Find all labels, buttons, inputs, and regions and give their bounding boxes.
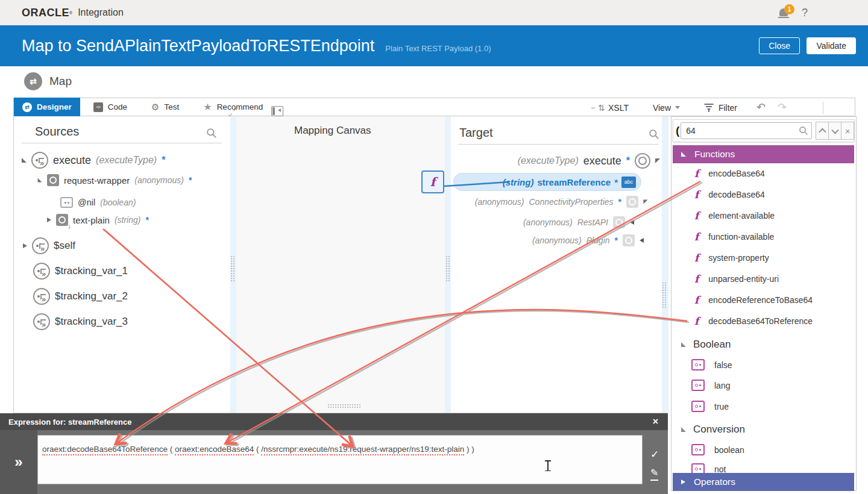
function-f-icon: f <box>694 315 699 327</box>
search-prev-button[interactable] <box>816 122 829 140</box>
close-button[interactable]: Close <box>759 37 800 54</box>
function-f-icon: f <box>694 210 699 222</box>
search-next-button[interactable] <box>828 122 841 140</box>
sources-search-icon[interactable] <box>206 128 217 139</box>
expression-text[interactable]: oraext:decodeBase64ToReference ( oraext:… <box>42 445 474 454</box>
section-boolean[interactable]: Boolean <box>681 339 731 351</box>
conversion-item[interactable]: boolean <box>691 444 744 455</box>
undo-button[interactable]: ↶ <box>756 101 766 114</box>
help-button[interactable]: ? <box>802 7 808 19</box>
splitter-far-right[interactable] <box>662 116 668 413</box>
function-item[interactable]: felement-available <box>694 210 775 222</box>
apply-expression-button[interactable]: ✓ <box>650 448 659 461</box>
source-node-request-wrapper[interactable]: request-wrapper (anonymous) * <box>37 174 192 186</box>
section-operators[interactable]: Operators <box>673 473 854 491</box>
boolean-item[interactable]: false <box>691 359 732 370</box>
expand-caret-icon[interactable] <box>643 199 647 204</box>
function-f-icon: f <box>694 273 699 285</box>
collapsed-caret-icon[interactable] <box>640 238 644 243</box>
validate-button[interactable]: Validate <box>807 37 856 54</box>
breadcrumb: ⇄ Map <box>24 72 72 90</box>
search-clear-button[interactable]: × <box>841 122 854 140</box>
required-asterisk: * <box>618 197 621 207</box>
grip-handle[interactable] <box>327 404 361 408</box>
target-node-execute[interactable]: (executeType) execute * <box>518 153 660 169</box>
source-node-tracking-var-1[interactable]: » $tracking_var_1 <box>33 263 128 280</box>
expand-button[interactable]: ↗ ↙ <box>228 107 237 117</box>
restore-panel-button[interactable] <box>271 106 283 116</box>
tab-designer-label: Designer <box>37 102 72 111</box>
source-node-execute[interactable]: » execute (executeType) * <box>22 152 165 169</box>
function-item[interactable]: fsystem-property <box>694 252 769 264</box>
section-conversion[interactable]: Conversion <box>681 424 745 436</box>
tab-designer[interactable]: ⇄ Designer <box>14 98 80 116</box>
notification-badge: 1 <box>784 4 794 14</box>
redo-button[interactable]: ↷ <box>778 101 787 114</box>
brand-logo: ORACLE ® Integration <box>22 7 124 19</box>
tab-code-label: Code <box>108 102 127 111</box>
node-type: (executeType) <box>518 155 579 166</box>
source-node-tracking-var-3[interactable]: » $tracking_var_3 <box>33 313 128 330</box>
components-search-input[interactable] <box>681 122 812 139</box>
section-functions[interactable]: Functions <box>673 145 854 163</box>
mapping-canvas-background <box>236 116 445 413</box>
xslt-button[interactable]: − ⇅ XSLT <box>591 98 629 117</box>
target-node-restapi[interactable]: (anonymous) RestAPI <box>523 216 634 228</box>
function-f-icon: f <box>694 252 699 264</box>
source-node-tracking-var-2[interactable]: » $tracking_var_2 <box>33 288 128 305</box>
target-node-streamreference-selected[interactable]: (string) streamReference * abc <box>453 173 641 191</box>
function-item[interactable]: fdecodeBase64 <box>694 189 765 201</box>
filter-button[interactable]: Filter <box>704 98 737 117</box>
item-label: true <box>714 402 729 411</box>
grip-handle[interactable] <box>230 255 235 282</box>
oracle-wordmark: ORACLE <box>22 7 69 19</box>
map-icon-glyph: ⇄ <box>30 77 37 86</box>
chevrons-glyph: » <box>40 269 46 274</box>
expand-caret-icon[interactable] <box>655 158 660 163</box>
expression-panel-header[interactable]: Expression for: streamReference × <box>0 413 668 430</box>
function-node[interactable]: f <box>421 170 444 193</box>
target-search-icon[interactable] <box>649 129 659 140</box>
element-circle-icon: » <box>33 288 50 305</box>
collapsed-caret-icon[interactable] <box>47 217 51 222</box>
node-label: $self <box>54 240 75 252</box>
chevrons-glyph: » <box>39 243 45 249</box>
function-f-icon: f <box>430 175 436 189</box>
function-item[interactable]: ffunction-available <box>694 231 774 243</box>
collapsed-caret-icon[interactable] <box>630 220 634 225</box>
function-f-icon: f <box>694 231 699 243</box>
source-node-self[interactable]: » $self <box>23 237 75 254</box>
collapsed-caret-icon[interactable] <box>23 243 27 248</box>
erase-expression-button[interactable]: ✎ <box>650 467 658 481</box>
node-label: text-plain <box>73 215 110 225</box>
expand-caret-icon[interactable] <box>22 158 27 163</box>
node-type: (anonymous) <box>475 197 524 207</box>
grip-handle[interactable] <box>445 255 450 282</box>
target-node-plugin[interactable]: (anonymous) Plugin * <box>532 234 644 246</box>
function-label: encodeBase64 <box>708 169 764 178</box>
source-node-nil[interactable]: @nil (boolean) <box>60 197 136 208</box>
target-node-connectivityproperties[interactable]: (anonymous) ConnectivityProperties * <box>475 196 648 208</box>
function-item[interactable]: fencodeBase64 <box>694 167 765 180</box>
view-menu-button[interactable]: View <box>653 98 680 117</box>
tab-code[interactable]: <> Code <box>85 98 136 116</box>
expression-collapse-button[interactable]: » <box>0 430 37 494</box>
boolean-item[interactable]: true <box>691 401 729 412</box>
grip-handle[interactable] <box>662 282 667 308</box>
expand-caret-icon[interactable] <box>38 178 42 183</box>
xslt-label: XSLT <box>608 103 629 113</box>
boolean-item[interactable]: lang <box>691 380 730 391</box>
chevrons-glyph: » <box>39 158 44 163</box>
close-icon[interactable]: × <box>653 416 658 427</box>
function-item[interactable]: funparsed-entity-uri <box>694 273 779 285</box>
tab-test[interactable]: ⚙ Test <box>143 98 187 116</box>
function-label: element-available <box>708 211 775 220</box>
expression-editor[interactable] <box>37 435 643 484</box>
notifications-button[interactable]: 1 <box>779 8 788 16</box>
section-title: Boolean <box>693 339 731 351</box>
target-panel-title: Target <box>459 126 493 140</box>
function-item[interactable]: fencodeReferenceToBase64 <box>694 294 813 306</box>
sources-panel-title: Sources <box>35 125 79 139</box>
source-node-text-plain[interactable]: ↓ text-plain (string) * <box>47 214 149 226</box>
function-item[interactable]: fdecodeBase64ToReference <box>694 315 813 327</box>
